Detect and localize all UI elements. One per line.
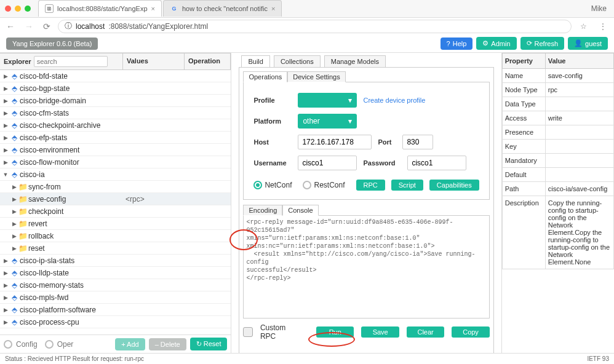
tab-manage-models[interactable]: Manage Models	[324, 55, 386, 67]
twisty-icon[interactable]: ▶	[2, 258, 9, 264]
browser-menu-icon[interactable]: ⋮	[596, 22, 610, 31]
twisty-icon[interactable]: ▶	[2, 147, 9, 153]
tree-node-cisco-process-cpu[interactable]: ▶⬘cisco-process-cpu	[0, 316, 231, 328]
browser-user[interactable]: Mike	[591, 4, 607, 13]
help-button[interactable]: ?Help	[441, 38, 473, 50]
tree-node-cisco-checkpoint-archive[interactable]: ▶⬘cisco-checkpoint-archive	[0, 119, 231, 132]
twisty-icon[interactable]: ▶	[2, 307, 9, 313]
clear-button[interactable]: Clear	[407, 326, 444, 338]
forward-icon[interactable]: →	[22, 22, 36, 31]
refresh-button[interactable]: ⟳Refresh	[520, 37, 565, 50]
profile-select[interactable]: ▾	[298, 93, 357, 108]
address-bar[interactable]: ⓘ localhost:8088/static/YangExplorer.htm…	[58, 20, 572, 33]
tree-node-cisco-bgp-state[interactable]: ▶⬘cisco-bgp-state	[0, 82, 231, 95]
tree-node-cisco-efp-stats[interactable]: ▶⬘cisco-efp-stats	[0, 132, 231, 144]
tab-console[interactable]: Console	[282, 205, 318, 216]
twisty-icon[interactable]: ▶	[2, 159, 9, 165]
reload-icon[interactable]: ⟳	[41, 22, 53, 31]
tree-node-cisco-ip-sla-stats[interactable]: ▶⬘cisco-ip-sla-stats	[0, 255, 231, 267]
copy-button[interactable]: Copy	[452, 326, 489, 338]
twisty-icon[interactable]: ▶	[2, 98, 9, 104]
admin-button[interactable]: ⚙Admin	[476, 37, 516, 50]
twisty-icon[interactable]: ▶	[2, 73, 9, 79]
twisty-icon[interactable]: ▶	[11, 233, 17, 239]
reset-button[interactable]: ↻ Reset	[190, 338, 228, 350]
node-value[interactable]: <rpc>	[123, 195, 185, 204]
password-input[interactable]	[407, 156, 466, 170]
tab-encoding[interactable]: Encoding	[243, 205, 282, 216]
close-tab-icon[interactable]: ×	[151, 5, 155, 12]
twisty-icon[interactable]: ▶	[11, 221, 17, 227]
tab-collections[interactable]: Collections	[274, 55, 321, 67]
info-icon[interactable]: ⓘ	[65, 21, 72, 31]
bookmark-icon[interactable]: ☆	[576, 22, 591, 31]
twisty-icon[interactable]: ▶	[2, 319, 9, 325]
tab-build[interactable]: Build	[241, 55, 269, 67]
explorer-tree[interactable]: ▶⬘cisco-bfd-state▶⬘cisco-bgp-state▶⬘cisc…	[0, 70, 231, 334]
capabilities-button[interactable]: Capabilities	[429, 180, 479, 191]
app-title[interactable]: Yang Explorer 0.6.0 (Beta)	[6, 38, 98, 50]
tree-node-cisco-memory-stats[interactable]: ▶⬘cisco-memory-stats	[0, 279, 231, 291]
script-button[interactable]: Script	[391, 180, 423, 191]
restconf-radio[interactable]: RestConf	[303, 181, 345, 189]
tree-node-cisco-environment[interactable]: ▶⬘cisco-environment	[0, 144, 231, 156]
twisty-icon[interactable]: ▶	[11, 245, 17, 251]
back-icon[interactable]: ←	[4, 22, 17, 31]
browser-tab-2[interactable]: G how to check "netconf notific ×	[163, 0, 282, 17]
window-controls[interactable]	[5, 6, 31, 12]
add-button[interactable]: + Add	[115, 338, 145, 350]
port-input[interactable]	[402, 135, 433, 149]
tree-node-cisco-bfd-state[interactable]: ▶⬘cisco-bfd-state	[0, 70, 231, 82]
search-input[interactable]	[34, 56, 108, 67]
custom-rpc-checkbox[interactable]	[243, 327, 252, 337]
platform-select[interactable]: other▾	[298, 114, 357, 129]
twisty-icon[interactable]: ▶	[2, 85, 9, 92]
twisty-icon[interactable]: ▼	[2, 172, 9, 178]
guest-button[interactable]: 👤guest	[568, 37, 608, 50]
tree-node-rollback[interactable]: ▶📁rollback	[0, 230, 231, 242]
maximize-window-icon[interactable]	[25, 6, 31, 12]
tree-node-save-config[interactable]: ▶📁save-config<rpc>	[0, 193, 231, 205]
property-name: Data Type	[502, 97, 545, 111]
rpc-icon: 📁	[18, 220, 27, 228]
tree-node-revert[interactable]: ▶📁revert	[0, 218, 231, 230]
subtab-device-settings[interactable]: Device Settings	[287, 71, 345, 82]
create-profile-link[interactable]: Create device profile	[363, 97, 425, 104]
subtab-operations[interactable]: Operations	[243, 71, 287, 82]
twisty-icon[interactable]: ▶	[2, 135, 9, 141]
tree-node-cisco-lldp-state[interactable]: ▶⬘cisco-lldp-state	[0, 267, 231, 279]
console-output[interactable]: <rpc-reply message-id="urn:uuid:df9a8485…	[243, 215, 489, 318]
close-tab-icon[interactable]: ×	[271, 5, 275, 12]
username-input[interactable]	[298, 156, 357, 170]
tree-node-cisco-platform-software[interactable]: ▶⬘cisco-platform-software	[0, 304, 231, 316]
twisty-icon[interactable]: ▶	[2, 282, 9, 288]
main-layout: Explorer Values Operation ▶⬘cisco-bfd-st…	[0, 53, 614, 353]
netconf-radio[interactable]: NetConf	[253, 181, 292, 189]
twisty-icon[interactable]: ▶	[11, 184, 17, 190]
twisty-icon[interactable]: ▶	[2, 122, 9, 129]
twisty-icon[interactable]: ▶	[2, 295, 9, 301]
tree-node-sync-from[interactable]: ▶📁sync-from	[0, 181, 231, 193]
browser-tab-1[interactable]: 🗎 localhost:8088/static/YangExp ×	[38, 0, 162, 17]
run-button[interactable]: Run	[316, 326, 354, 338]
tree-node-cisco-mpls-fwd[interactable]: ▶⬘cisco-mpls-fwd	[0, 291, 231, 304]
host-input[interactable]	[298, 135, 372, 149]
tree-node-cisco-bridge-domain[interactable]: ▶⬘cisco-bridge-domain	[0, 95, 231, 107]
tree-node-cisco-cfm-stats[interactable]: ▶⬘cisco-cfm-stats	[0, 107, 231, 119]
close-window-icon[interactable]	[5, 6, 11, 12]
rpc-button[interactable]: RPC	[356, 180, 385, 191]
tree-node-cisco-ia[interactable]: ▼⬘cisco-ia	[0, 168, 231, 181]
save-button[interactable]: Save	[361, 326, 399, 338]
oper-radio[interactable]	[45, 340, 54, 349]
module-icon: ⬘	[10, 158, 18, 167]
tree-node-checkpoint[interactable]: ▶📁checkpoint	[0, 205, 231, 218]
twisty-icon[interactable]: ▶	[2, 110, 9, 116]
minimize-window-icon[interactable]	[15, 6, 21, 12]
tree-node-cisco-flow-monitor[interactable]: ▶⬘cisco-flow-monitor	[0, 156, 231, 168]
tree-node-reset[interactable]: ▶📁reset	[0, 242, 231, 255]
delete-button[interactable]: – Delete	[149, 338, 186, 350]
config-radio[interactable]	[4, 340, 12, 349]
twisty-icon[interactable]: ▶	[11, 208, 17, 215]
twisty-icon[interactable]: ▶	[2, 270, 9, 276]
twisty-icon[interactable]: ▶	[11, 196, 17, 202]
